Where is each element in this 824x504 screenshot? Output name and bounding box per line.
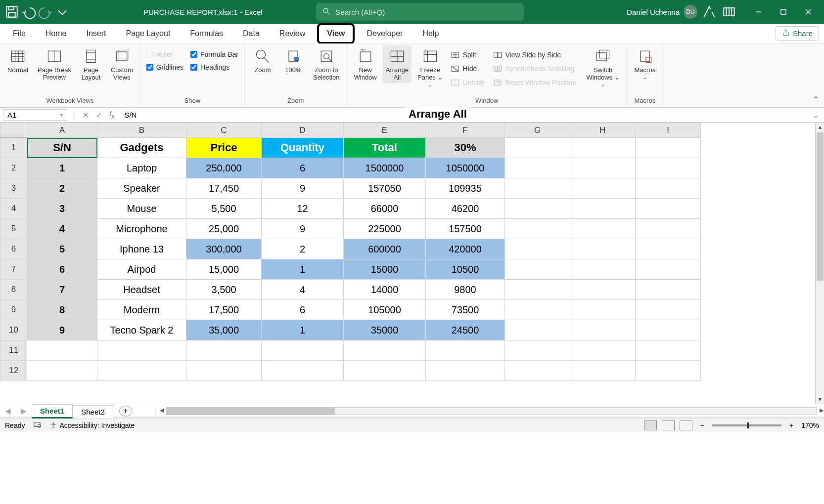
user-account[interactable]: Daniel Uchenna DU <box>627 5 697 19</box>
cell-E7[interactable]: 15000 <box>344 259 426 280</box>
cell-F5[interactable]: 157500 <box>426 219 505 239</box>
cell-C6[interactable]: 300,000 <box>186 239 262 259</box>
horizontal-scrollbar[interactable]: ◀▶ <box>166 407 817 415</box>
cell-B6[interactable]: Iphone 13 <box>97 239 186 259</box>
cell-B5[interactable]: Microphone <box>97 219 186 239</box>
cell-empty[interactable] <box>426 340 505 361</box>
row-header-8[interactable]: 8 <box>0 280 27 300</box>
sheet-tab-2[interactable]: Sheet2 <box>73 405 113 418</box>
row-header-1[interactable]: 1 <box>0 138 27 158</box>
cell-C8[interactable]: 3,500 <box>186 280 262 300</box>
cell-E3[interactable]: 157050 <box>344 178 426 199</box>
row-header-3[interactable]: 3 <box>0 178 27 199</box>
col-header-F[interactable]: F <box>426 123 505 138</box>
cell-F1[interactable]: 30% <box>426 138 505 158</box>
cancel-icon[interactable]: ✕ <box>83 111 89 120</box>
row-header-11[interactable]: 11 <box>0 340 27 361</box>
cell-empty[interactable] <box>27 361 97 381</box>
undo-button[interactable] <box>21 4 37 20</box>
cell-empty[interactable] <box>186 361 262 381</box>
tab-home[interactable]: Home <box>38 25 75 42</box>
view-side-by-side-button[interactable]: View Side by Side <box>491 49 580 60</box>
row-header-10[interactable]: 10 <box>0 320 27 340</box>
cell-D6[interactable]: 2 <box>262 239 344 259</box>
cell-A6[interactable]: 5 <box>27 239 97 259</box>
cell-empty[interactable] <box>97 361 186 381</box>
cell-empty[interactable] <box>27 340 97 361</box>
row-header-12[interactable]: 12 <box>0 361 27 381</box>
cell-B8[interactable]: Headset <box>97 280 186 300</box>
cell-empty[interactable] <box>636 361 701 381</box>
split-button[interactable]: Split <box>449 49 488 60</box>
custom-views-button[interactable]: Custom Views <box>108 45 136 83</box>
cell-C1[interactable]: Price <box>186 138 262 158</box>
scroll-up-icon[interactable]: ▲ <box>816 123 824 131</box>
cell-E1[interactable]: Total <box>344 138 426 158</box>
coming-soon-icon[interactable] <box>701 4 717 20</box>
freeze-panes-button[interactable]: Freeze Panes ⌄⌄ <box>414 45 446 89</box>
cell-F10[interactable]: 24500 <box>426 320 505 340</box>
zoom-in-button[interactable]: + <box>789 421 793 429</box>
col-header-G[interactable]: G <box>505 123 570 138</box>
cell-D5[interactable]: 9 <box>262 219 344 239</box>
page-break-preview-button[interactable]: Page Break Preview <box>35 45 74 83</box>
cell-empty[interactable] <box>636 340 701 361</box>
tab-help[interactable]: Help <box>414 25 447 42</box>
zoom-button[interactable]: Zoom <box>249 45 276 76</box>
name-box[interactable]: A1▾ <box>3 109 67 121</box>
zoom-out-button[interactable]: − <box>700 421 704 429</box>
cell-empty[interactable] <box>262 340 344 361</box>
vertical-scrollbar[interactable]: ▲ ▼ <box>815 123 824 404</box>
share-button[interactable]: Share <box>776 26 819 41</box>
cell-C5[interactable]: 25,000 <box>186 219 262 239</box>
tab-data[interactable]: Data <box>235 25 268 42</box>
cell-D8[interactable]: 4 <box>262 280 344 300</box>
tab-developer[interactable]: Developer <box>359 25 411 42</box>
cell-F8[interactable]: 9800 <box>426 280 505 300</box>
formula-bar-checkbox[interactable]: Formula Bar <box>188 49 240 59</box>
cell-C3[interactable]: 17,450 <box>186 178 262 199</box>
select-all-corner[interactable] <box>0 123 27 138</box>
cell-F2[interactable]: 1050000 <box>426 158 505 178</box>
cell-empty[interactable] <box>262 361 344 381</box>
cell-empty[interactable] <box>426 361 505 381</box>
scroll-down-icon[interactable]: ▼ <box>816 395 824 404</box>
zoom-slider[interactable] <box>712 424 781 426</box>
col-header-H[interactable]: H <box>570 123 636 138</box>
cell-B1[interactable]: Gadgets <box>97 138 186 158</box>
prev-sheet-button[interactable]: ◀ <box>0 407 16 416</box>
cell-C7[interactable]: 15,000 <box>186 259 262 280</box>
headings-checkbox[interactable]: Headings <box>188 62 240 72</box>
macro-record-icon[interactable] <box>33 420 42 430</box>
col-header-A[interactable]: A <box>27 123 97 138</box>
cell-C4[interactable]: 5,500 <box>186 199 262 219</box>
switch-windows-button[interactable]: Switch Windows ⌄⌄ <box>583 45 622 89</box>
minimize-button[interactable] <box>747 4 771 20</box>
normal-view-button[interactable]: Normal <box>4 45 32 76</box>
scroll-thumb[interactable] <box>817 132 824 281</box>
cell-B10[interactable]: Tecno Spark 2 <box>97 320 186 340</box>
cell-F9[interactable]: 73500 <box>426 300 505 320</box>
redo-button[interactable] <box>38 4 53 20</box>
cell-E2[interactable]: 1500000 <box>344 158 426 178</box>
cell-A8[interactable]: 7 <box>27 280 97 300</box>
tab-insert[interactable]: Insert <box>78 25 114 42</box>
cell-B3[interactable]: Speaker <box>97 178 186 199</box>
search-box[interactable]: Search (Alt+Q) <box>316 3 524 21</box>
cell-empty[interactable] <box>505 361 570 381</box>
tab-view[interactable]: View <box>317 23 355 44</box>
cell-E8[interactable]: 14000 <box>344 280 426 300</box>
cell-F6[interactable]: 420000 <box>426 239 505 259</box>
zoom-to-selection-button[interactable]: Zoom to Selection <box>310 45 342 83</box>
cell-C10[interactable]: 35,000 <box>186 320 262 340</box>
cell-A4[interactable]: 3 <box>27 199 97 219</box>
view-normal-button[interactable] <box>644 420 657 430</box>
cell-D2[interactable]: 6 <box>262 158 344 178</box>
cell-F4[interactable]: 46200 <box>426 199 505 219</box>
cell-empty[interactable] <box>570 340 636 361</box>
cell-B9[interactable]: Moderm <box>97 300 186 320</box>
cell-C2[interactable]: 250,000 <box>186 158 262 178</box>
maximize-button[interactable] <box>772 4 795 20</box>
cell-empty[interactable] <box>97 340 186 361</box>
view-page-break-button[interactable] <box>680 420 692 430</box>
